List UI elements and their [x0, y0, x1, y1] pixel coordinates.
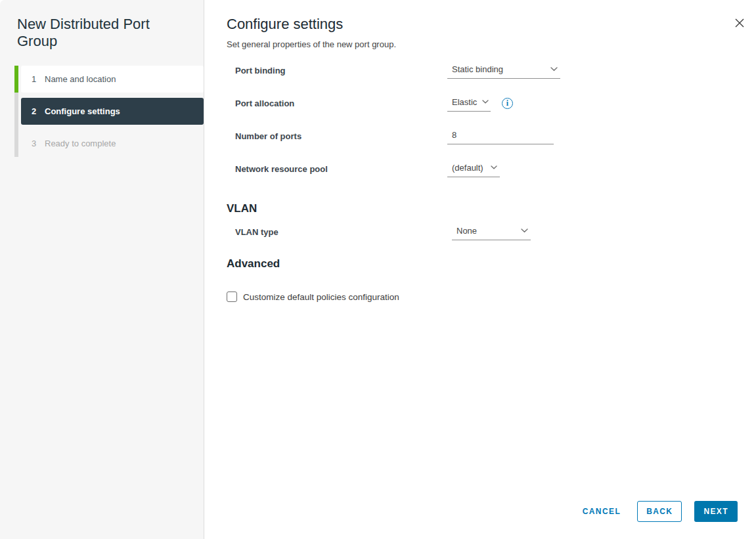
step-ready-to-complete: 3 Ready to complete [21, 130, 204, 157]
row-vlan-type: VLAN type None [227, 215, 756, 248]
close-button[interactable] [734, 17, 745, 29]
port-allocation-select[interactable]: Elastic [447, 95, 491, 112]
port-allocation-label: Port allocation [227, 98, 447, 108]
step-number: 1 [32, 74, 45, 84]
row-port-allocation: Port allocation Elastic i [227, 87, 756, 119]
page-title: Configure settings [227, 16, 756, 33]
row-customize-policies: Customize default policies configuration [227, 291, 756, 302]
wizard-page-configure-settings: Configure settings Set general propertie… [204, 0, 756, 539]
next-button[interactable]: NEXT [694, 501, 738, 522]
page-subtitle: Set general properties of the new port g… [227, 39, 756, 49]
step-number: 2 [32, 106, 45, 116]
wizard-footer: CANCEL BACK NEXT [581, 501, 738, 522]
customize-policies-checkbox[interactable] [227, 291, 237, 302]
network-resource-pool-select[interactable]: (default) [447, 161, 500, 177]
chevron-down-icon [550, 67, 558, 72]
info-icon[interactable]: i [502, 98, 513, 109]
chevron-down-icon [482, 100, 489, 104]
port-binding-label: Port binding [227, 66, 447, 75]
vlan-type-value: None [456, 226, 477, 236]
advanced-section-title: Advanced [227, 257, 756, 270]
row-port-binding: Port binding Static binding [227, 54, 756, 87]
vlan-type-select[interactable]: None [452, 224, 531, 240]
number-of-ports-input[interactable]: 8 [447, 128, 554, 144]
vlan-type-label: VLAN type [227, 227, 447, 237]
port-binding-select[interactable]: Static binding [447, 62, 560, 79]
network-resource-pool-label: Network resource pool [227, 164, 447, 174]
chevron-down-icon [521, 228, 528, 233]
step-label: Configure settings [45, 106, 120, 116]
step-label: Ready to complete [45, 139, 116, 148]
vlan-section-title: VLAN [227, 202, 756, 215]
row-network-resource-pool: Network resource pool (default) [227, 152, 756, 185]
row-number-of-ports: Number of ports 8 [227, 119, 756, 152]
network-resource-pool-value: (default) [452, 163, 483, 173]
wizard-steps: 1 Name and location 2 Configure settings… [0, 66, 204, 157]
port-allocation-value: Elastic [452, 97, 477, 107]
settings-form: Port binding Static binding Port allocat… [227, 54, 756, 302]
step-rail-progress [14, 66, 18, 93]
number-of-ports-value: 8 [452, 130, 456, 140]
step-number: 3 [32, 139, 45, 148]
customize-policies-label[interactable]: Customize default policies configuration [243, 292, 399, 302]
new-distributed-port-group-dialog: New Distributed Port Group 1 Name and lo… [0, 0, 756, 539]
wizard-title: New Distributed Port Group [17, 16, 166, 50]
number-of-ports-label: Number of ports [227, 131, 447, 141]
cancel-button[interactable]: CANCEL [581, 501, 622, 522]
back-button[interactable]: BACK [637, 501, 682, 522]
chevron-down-icon [491, 165, 497, 169]
step-label: Name and location [45, 74, 116, 84]
port-binding-value: Static binding [452, 64, 503, 74]
wizard-sidebar: New Distributed Port Group 1 Name and lo… [0, 0, 204, 539]
close-icon [734, 18, 745, 28]
step-name-and-location[interactable]: 1 Name and location [21, 66, 204, 93]
step-configure-settings[interactable]: 2 Configure settings [21, 98, 204, 125]
